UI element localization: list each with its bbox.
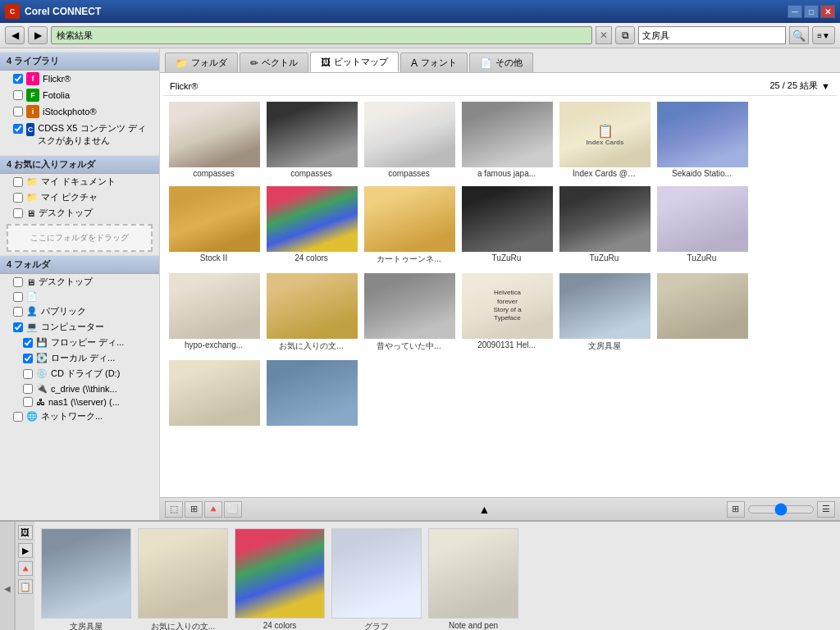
back-button[interactable]: ◀ bbox=[5, 26, 25, 44]
sidebar-item-cdrive[interactable]: 🔌 c_drive (\\think... bbox=[0, 381, 159, 395]
preview-item-4[interactable]: Note and pen bbox=[428, 528, 518, 630]
sidebar-item-my-pictures[interactable]: 📁 マイ ピクチャ bbox=[0, 189, 159, 205]
tab-folder[interactable]: 📁 フォルダ bbox=[165, 52, 238, 72]
preview-item-2[interactable]: 24 colors bbox=[235, 528, 325, 630]
tab-other[interactable]: 📄 その他 bbox=[469, 52, 533, 72]
cdgs-checkbox[interactable] bbox=[13, 124, 23, 134]
flickr-checkbox[interactable] bbox=[13, 74, 23, 84]
floppy-checkbox[interactable] bbox=[23, 338, 33, 348]
maximize-button[interactable]: □ bbox=[804, 5, 819, 18]
gallery-item-sekaido[interactable]: Sekaido Statio... bbox=[655, 99, 749, 180]
tab-vector[interactable]: ✏ ベクトル bbox=[240, 52, 308, 72]
network-checkbox[interactable] bbox=[13, 412, 23, 422]
gallery-item-helvetica[interactable]: HelveticaforeverStory of aTypeface 20090… bbox=[459, 271, 554, 354]
network-icon: 🌐 bbox=[26, 411, 38, 422]
label-compasses3: compasses bbox=[364, 169, 454, 178]
sidebar-item-flickr[interactable]: f Flickr® bbox=[0, 71, 159, 87]
minimize-button[interactable]: ─ bbox=[788, 5, 802, 18]
istock-checkbox[interactable] bbox=[13, 107, 23, 116]
desktop-fav-checkbox[interactable] bbox=[13, 208, 23, 218]
gallery-item-compasses3[interactable]: compasses bbox=[362, 99, 456, 180]
gallery-item-row4a[interactable] bbox=[655, 271, 749, 354]
preview-item-0[interactable]: 文房具屋 bbox=[41, 528, 131, 630]
gallery-item-index-cards[interactable]: 📋 Index Cards Index Cards @… bbox=[557, 99, 651, 180]
bottom-btn3[interactable]: 🔺 bbox=[204, 501, 222, 518]
menu-button[interactable]: ≡▼ bbox=[812, 26, 835, 44]
side-tool-1[interactable]: 🖼 bbox=[18, 525, 33, 540]
sidebar-item-computer[interactable]: 💻 コンピューター bbox=[0, 319, 159, 335]
local-checkbox[interactable] bbox=[23, 354, 33, 363]
tab-font[interactable]: A フォント bbox=[400, 52, 468, 72]
my-documents-checkbox[interactable] bbox=[13, 177, 23, 187]
forward-button[interactable]: ▶ bbox=[28, 26, 48, 44]
folders-header: 4 フォルダ bbox=[0, 255, 159, 274]
size-slider[interactable] bbox=[748, 505, 814, 514]
bottom-btn2[interactable]: ⊞ bbox=[185, 501, 203, 518]
bottom-btn4[interactable]: ⬜ bbox=[224, 501, 242, 518]
desktop-checkbox[interactable] bbox=[13, 277, 23, 287]
sidebar-item-cdgs[interactable]: C CDGS X5 コンテンツ ディスクがありません bbox=[0, 120, 159, 148]
gallery-item-stationery2[interactable]: 文房具屋 bbox=[557, 271, 651, 354]
sidebar-item-nas1[interactable]: 🖧 nas1 (\\server) (... bbox=[0, 395, 159, 409]
gallery-item-japan[interactable]: a famous japa... bbox=[459, 99, 554, 180]
collapse-icon[interactable]: ▲ bbox=[479, 503, 491, 516]
sidebar-item-my-documents[interactable]: 📁 マイ ドキュメント bbox=[0, 174, 159, 189]
close-button[interactable]: ✕ bbox=[820, 5, 835, 18]
gallery-item-tuzuru3[interactable]: TuZuRu bbox=[655, 184, 749, 267]
gallery-item-row4c[interactable] bbox=[264, 358, 358, 428]
sidebar-item-folder2[interactable]: 📄 bbox=[0, 290, 159, 304]
sidebar-item-network[interactable]: 🌐 ネットワーク... bbox=[0, 409, 159, 424]
sidebar-item-public[interactable]: 👤 パブリック bbox=[0, 304, 159, 319]
sidebar-item-istock[interactable]: i iStockphoto® bbox=[0, 103, 159, 120]
my-pictures-label: マイ ピクチャ bbox=[41, 191, 98, 203]
address-bar[interactable]: 検索結果 bbox=[51, 26, 592, 44]
sidebar-item-cd[interactable]: 💿 CD ドライブ (D:) bbox=[0, 366, 159, 381]
search-button[interactable]: 🔍 bbox=[789, 26, 809, 44]
font-tab-label: フォント bbox=[421, 57, 457, 69]
side-tool-3[interactable]: 🔺 bbox=[18, 561, 33, 576]
search-input[interactable] bbox=[638, 26, 786, 44]
cd-checkbox[interactable] bbox=[23, 369, 33, 379]
libraries-header: 4 ライブラリ bbox=[0, 52, 159, 71]
sidebar-item-desktop[interactable]: 🖥 デスクトップ bbox=[0, 274, 159, 290]
gallery-item-hypo[interactable]: hypo-exchang... bbox=[167, 271, 261, 354]
fotolia-icon: F bbox=[26, 89, 39, 102]
clear-button[interactable]: ✕ bbox=[596, 26, 612, 44]
gallery-item-compasses2[interactable]: compasses bbox=[264, 99, 358, 180]
gallery-item-row4b[interactable] bbox=[167, 358, 261, 428]
thumb-cartoon bbox=[364, 186, 455, 252]
gallery-grid: compasses compasses compasses bbox=[163, 96, 837, 431]
sidebar-item-floppy[interactable]: 💾 フロッピー ディ... bbox=[0, 335, 159, 350]
preview-item-1[interactable]: お気に入りの文... bbox=[138, 528, 228, 630]
fotolia-checkbox[interactable] bbox=[13, 90, 23, 100]
bottom-btn1[interactable]: ⬚ bbox=[165, 501, 183, 518]
tab-bitmap[interactable]: 🖼 ビットマップ bbox=[310, 52, 399, 72]
folder2-checkbox[interactable] bbox=[13, 292, 23, 302]
label-stationery1: お気に入りの文... bbox=[267, 340, 356, 352]
gallery-item-24colors[interactable]: 24 colors bbox=[264, 184, 358, 267]
sidebar-item-local[interactable]: 💽 ローカル ディ... bbox=[0, 350, 159, 366]
computer-checkbox[interactable] bbox=[13, 322, 23, 332]
public-checkbox[interactable] bbox=[13, 307, 23, 317]
gallery-item-machi[interactable]: 昔やっていた中... bbox=[362, 271, 456, 354]
gallery-item-compasses1[interactable]: compasses bbox=[167, 99, 261, 180]
refresh-button[interactable]: ⧉ bbox=[615, 26, 635, 44]
gallery-item-tuzuru2[interactable]: TuZuRu bbox=[557, 184, 651, 267]
gallery-item-stationery1[interactable]: お気に入りの文... bbox=[264, 271, 358, 354]
preview-collapse-button[interactable]: ◀ bbox=[0, 522, 15, 630]
preview-item-3[interactable]: グラフ bbox=[331, 528, 422, 630]
gallery-item-cartoon[interactable]: カートゥーンネ... bbox=[362, 184, 456, 267]
side-tool-2[interactable]: ▶ bbox=[18, 543, 33, 558]
side-tool-4[interactable]: 📋 bbox=[18, 579, 33, 594]
view-detail-button[interactable]: ☰ bbox=[817, 501, 835, 518]
cdrive-checkbox[interactable] bbox=[23, 384, 33, 394]
thumb-index-cards: 📋 Index Cards bbox=[559, 102, 651, 167]
gallery-item-stock[interactable]: Stock II bbox=[167, 184, 261, 267]
results-dropdown-icon[interactable]: ▼ bbox=[821, 81, 830, 91]
sidebar-item-fotolia[interactable]: F Fotolia bbox=[0, 87, 159, 103]
nas1-checkbox[interactable] bbox=[23, 397, 33, 407]
gallery-item-tuzuru1[interactable]: TuZuRu bbox=[459, 184, 554, 267]
view-grid-button[interactable]: ⊞ bbox=[727, 501, 745, 518]
sidebar-item-desktop-fav[interactable]: 🖥 デスクトップ bbox=[0, 205, 159, 221]
my-pictures-checkbox[interactable] bbox=[13, 193, 23, 203]
